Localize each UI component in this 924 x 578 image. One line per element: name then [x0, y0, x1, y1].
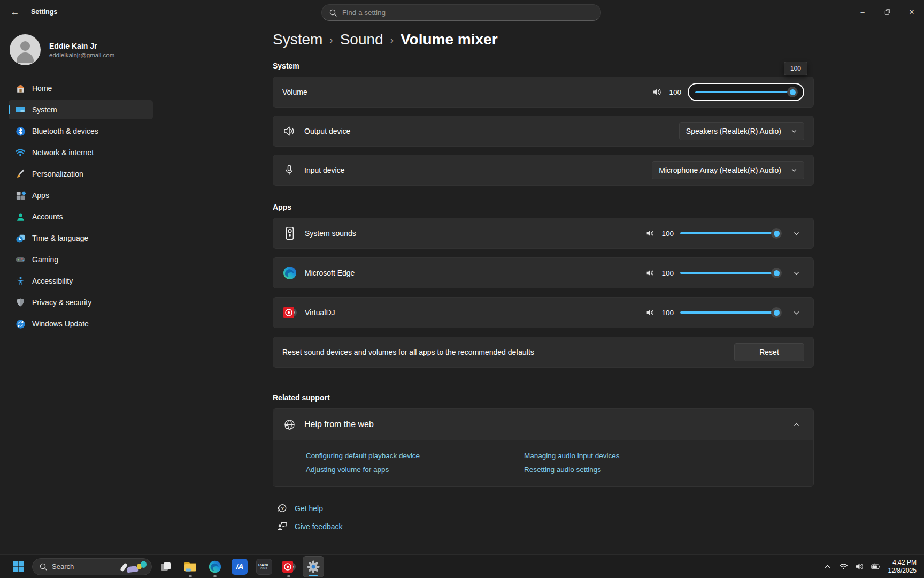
footer-links: ? Get help Give feedback: [273, 503, 814, 532]
slider-track[interactable]: [680, 232, 779, 234]
collapse-button[interactable]: [788, 416, 804, 432]
wifi-tray-icon[interactable]: [837, 558, 851, 575]
search-highlight-image: [120, 559, 151, 575]
app-volume-row: VirtualDJ 100: [273, 297, 814, 328]
help-link[interactable]: Adjusting volume for apps: [306, 466, 389, 474]
restore-button[interactable]: [875, 0, 899, 24]
expand-row-button[interactable]: [788, 265, 804, 281]
close-button[interactable]: ✕: [899, 0, 924, 24]
taskbar-clock[interactable]: 4:42 PM 12/8/2025: [888, 559, 917, 575]
sidebar-item-gaming[interactable]: Gaming: [9, 250, 153, 269]
slider-track[interactable]: [680, 272, 779, 274]
slider-track[interactable]: [680, 311, 779, 314]
clock-icon: [15, 233, 26, 244]
settings-search-input[interactable]: [342, 9, 593, 17]
taskbar: Search /A RANEONE: [0, 554, 924, 578]
sidebar-item-apps[interactable]: Apps: [9, 186, 153, 205]
sidebar-item-time-language[interactable]: Time & language: [9, 229, 153, 248]
output-device-dropdown[interactable]: Speakers (Realtek(R) Audio): [679, 122, 804, 140]
app-volume-value: 100: [661, 230, 674, 238]
breadcrumb: System › Sound › Volume mixer: [273, 31, 814, 48]
back-arrow-icon: ←: [11, 7, 20, 18]
slider-thumb[interactable]: [771, 228, 782, 239]
sidebar-item-system[interactable]: System: [9, 100, 153, 119]
settings-taskbar-button[interactable]: [303, 556, 324, 577]
sidebar-item-home[interactable]: Home: [9, 79, 153, 98]
expand-row-button[interactable]: [788, 225, 804, 241]
task-view-button[interactable]: [155, 556, 176, 577]
sidebar: Eddie Kain Jr eddielkainjr@gmail.com Hom…: [0, 26, 160, 554]
person-icon: [15, 211, 26, 222]
breadcrumb-separator: ›: [329, 34, 333, 46]
account-profile[interactable]: Eddie Kain Jr eddielkainjr@gmail.com: [10, 34, 151, 65]
sidebar-item-privacy[interactable]: Privacy & security: [9, 293, 153, 312]
breadcrumb-system[interactable]: System: [273, 31, 322, 48]
app-volume-value: 100: [661, 269, 674, 277]
wifi-icon: [15, 147, 26, 158]
input-device-label: Input device: [304, 166, 345, 174]
minimize-button[interactable]: –: [850, 0, 875, 24]
page-title: Volume mixer: [401, 31, 498, 48]
breadcrumb-sound[interactable]: Sound: [340, 31, 383, 48]
back-button[interactable]: ←: [4, 3, 26, 21]
expand-row-button[interactable]: [788, 305, 804, 321]
hidden-icons-chevron[interactable]: [821, 558, 835, 575]
reset-button[interactable]: Reset: [734, 343, 804, 361]
clock-date: 12/8/2025: [888, 567, 917, 575]
sidebar-item-bluetooth[interactable]: Bluetooth & devices: [9, 121, 153, 141]
sidebar-item-accounts[interactable]: Accounts: [9, 207, 153, 226]
app-volume-slider[interactable]: [680, 307, 780, 318]
sidebar-item-personalization[interactable]: Personalization: [9, 164, 153, 184]
sidebar-item-label: Gaming: [32, 255, 58, 264]
app-volume-slider[interactable]: [680, 228, 780, 239]
ia-app-icon: /A: [232, 559, 248, 575]
volume-tooltip: 100: [784, 62, 807, 75]
slider-thumb[interactable]: [771, 268, 782, 278]
virtualdj-taskbar-button[interactable]: [278, 556, 299, 577]
help-from-web-header[interactable]: Help from the web: [273, 409, 813, 440]
output-device-label: Output device: [304, 127, 350, 135]
help-link[interactable]: Configuring default playback device: [306, 452, 420, 460]
system-tray: 4:42 PM 12/8/2025: [821, 558, 919, 575]
windows-logo-icon: [12, 561, 24, 573]
slider-thumb[interactable]: [771, 307, 782, 318]
settings-window: ← Settings – ✕ Eddie Kain Jr eddielkainj…: [0, 0, 924, 578]
sidebar-item-accessibility[interactable]: Accessibility: [9, 271, 153, 291]
sidebar-item-label: Network & internet: [32, 148, 94, 157]
slider-track[interactable]: [695, 91, 795, 93]
get-help-link[interactable]: ? Get help: [276, 503, 323, 514]
app-volume-slider[interactable]: [680, 268, 780, 278]
taskbar-search[interactable]: Search: [32, 558, 152, 575]
volume-tray-icon[interactable]: [853, 558, 867, 575]
rane-one-button[interactable]: RANEONE: [253, 556, 275, 577]
sidebar-item-label: Privacy & security: [32, 298, 91, 307]
help-link[interactable]: Managing audio input devices: [524, 452, 620, 460]
sidebar-item-windows-update[interactable]: Windows Update: [9, 314, 153, 333]
file-explorer-button[interactable]: [180, 556, 201, 577]
virtualdj-icon: [281, 559, 296, 574]
microsoft-edge-icon: [282, 265, 297, 280]
start-button[interactable]: [7, 556, 29, 577]
battery-tray-icon[interactable]: [869, 558, 883, 575]
slider-thumb[interactable]: [787, 87, 798, 97]
brush-icon: [15, 169, 26, 179]
give-feedback-link[interactable]: Give feedback: [276, 521, 343, 532]
section-label-system: System: [273, 62, 814, 70]
window-controls: – ✕: [850, 0, 924, 24]
help-link[interactable]: Resetting audio settings: [524, 466, 601, 474]
app-name: VirtualDJ: [305, 308, 335, 317]
ia-app-button[interactable]: /A: [229, 556, 250, 577]
volume-slider-focus-ring: 100: [688, 83, 804, 101]
sidebar-item-label: Accounts: [32, 212, 63, 221]
profile-email: eddielkainjr@gmail.com: [49, 52, 114, 58]
edge-taskbar-button[interactable]: [204, 556, 226, 577]
gamepad-icon: [15, 254, 26, 265]
speaker-icon: [646, 269, 654, 277]
section-label-apps: Apps: [273, 203, 814, 211]
get-help-label: Get help: [295, 504, 323, 513]
sidebar-item-network[interactable]: Network & internet: [9, 143, 153, 162]
volume-label: Volume: [282, 88, 307, 96]
input-device-dropdown[interactable]: Microphone Array (Realtek(R) Audio): [652, 161, 804, 179]
volume-slider[interactable]: [695, 87, 796, 97]
settings-search-box[interactable]: [321, 4, 601, 21]
